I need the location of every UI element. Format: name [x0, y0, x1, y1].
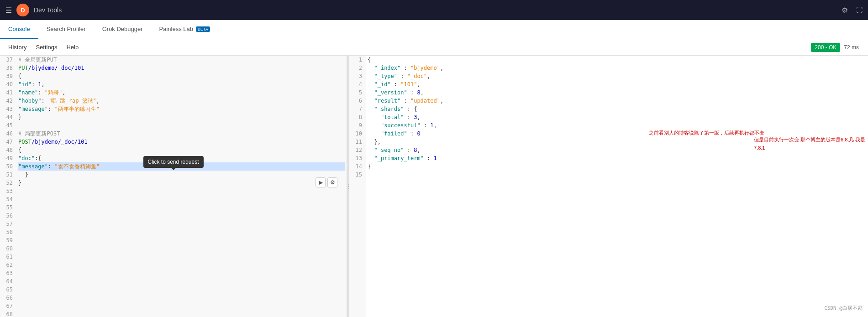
tab-search-profiler[interactable]: Search Profiler — [38, 20, 94, 39]
editor-line: { — [18, 72, 345, 80]
tab-grok-debugger[interactable]: Grok Debugger — [94, 20, 151, 39]
editor-line: # 全局更新PUT — [18, 56, 345, 64]
response-line: "_primary_term" : 1 — [368, 154, 866, 162]
menu-settings[interactable]: Settings — [31, 39, 62, 55]
editor-line — [18, 228, 345, 236]
editor-line: "name": "鸡哥", — [18, 88, 345, 97]
beta-badge: BETA — [196, 26, 210, 32]
response-panel: 123456789101112131415 { "_index" : "bjyd… — [349, 56, 868, 317]
editor-line — [18, 220, 345, 228]
editor-line — [18, 244, 345, 253]
editor-line: POST /bjydemo/_doc/101 — [18, 138, 345, 146]
tab-console[interactable]: Console — [0, 20, 38, 39]
response-line: "failed" : 0 — [368, 130, 866, 138]
editor-line — [18, 236, 345, 244]
editor-line — [18, 302, 345, 310]
editor-line: "doc":{ — [18, 154, 345, 162]
editor-line — [18, 310, 345, 317]
editor-line: # 局部更新POST — [18, 130, 345, 138]
line-numbers: 3738394041424344454647484950515253545556… — [0, 56, 16, 317]
action-buttons: ▶ ⚙ — [316, 177, 337, 187]
code-editor[interactable]: 3738394041424344454647484950515253545556… — [0, 56, 347, 317]
editor-line: } — [18, 171, 345, 179]
editor-line: "id": 1, — [18, 80, 345, 88]
time-badge: 72 ms — [844, 44, 859, 51]
response-line: { — [368, 56, 866, 64]
menu-help[interactable]: Help — [62, 39, 83, 55]
response-line-numbers: 123456789101112131415 — [349, 56, 366, 317]
editor-line: "hobby": "唱 跳 rap 篮球", — [18, 97, 345, 105]
status-badge: 200 - OK — [811, 43, 840, 52]
editor-line — [18, 253, 345, 261]
editor-line — [18, 121, 345, 130]
editor-line — [18, 195, 345, 203]
response-line: "successful" : 1, — [368, 121, 866, 130]
response-line: "_type" : "_doc", — [368, 72, 866, 80]
menu-history[interactable]: History — [4, 39, 31, 55]
settings-icon[interactable]: ⚙ — [842, 6, 848, 15]
more-options-button[interactable]: ⚙ — [327, 177, 337, 187]
response-line: "total" : 3, — [368, 113, 866, 121]
editor-line — [18, 269, 345, 277]
app-logo: D — [16, 4, 29, 16]
editor-line: } — [18, 113, 345, 121]
response-line: "_seq_no" : 8, — [368, 146, 866, 154]
main-content: 3738394041424344454647484950515253545556… — [0, 56, 868, 317]
response-line: "_index" : "bjydemo", — [368, 64, 866, 72]
editor-line — [18, 286, 345, 294]
response-content: 123456789101112131415 { "_index" : "bjyd… — [349, 56, 868, 317]
panel-divider[interactable] — [347, 56, 349, 317]
editor-line — [18, 187, 345, 195]
code-content[interactable]: # 全局更新PUTPUT /bjydemo/_doc/101{ "id": 1,… — [16, 56, 347, 317]
editor-line: { — [18, 146, 345, 154]
response-code: { "_index" : "bjydemo", "_type" : "_doc"… — [366, 56, 868, 317]
editor-line — [18, 277, 345, 286]
app-title: Dev Tools — [34, 6, 62, 14]
response-line — [368, 171, 866, 179]
nav-tabs: Console Search Profiler Grok Debugger Pa… — [0, 20, 868, 39]
response-line: "_version" : 8, — [368, 88, 866, 97]
editor-line — [18, 203, 345, 212]
editor-line: PUT /bjydemo/_doc/101 — [18, 64, 345, 72]
response-line: } — [368, 162, 866, 171]
editor-line: "message": "两年半的练习生" — [18, 105, 345, 113]
editor-line — [18, 294, 345, 302]
editor-panel: 3738394041424344454647484950515253545556… — [0, 56, 347, 317]
fullscreen-icon[interactable]: ⛶ — [856, 6, 863, 14]
sub-menu-bar: History Settings Help 200 - OK 72 ms — [0, 39, 868, 56]
editor-line: "message": "食不食香精鲫鱼" — [18, 162, 345, 171]
editor-line: } — [18, 179, 345, 187]
response-line: "result" : "updated", — [368, 97, 866, 105]
send-request-button[interactable]: ▶ — [316, 177, 326, 187]
response-line: }, — [368, 138, 866, 146]
menu-icon[interactable]: ☰ — [5, 6, 12, 15]
watermark: CSDN @白居不易 — [824, 305, 863, 312]
response-line: "_id" : "101", — [368, 80, 866, 88]
editor-line — [18, 261, 345, 269]
tab-painless-lab[interactable]: Painless Lab BETA — [151, 20, 218, 39]
response-line: "_shards" : { — [368, 105, 866, 113]
editor-line — [18, 212, 345, 220]
top-bar: ☰ D Dev Tools ⚙ ⛶ — [0, 0, 868, 20]
